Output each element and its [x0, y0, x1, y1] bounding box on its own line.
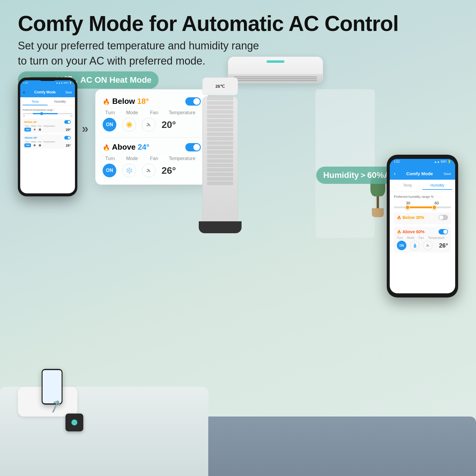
content-area: Temp＜18℃，AC ON Heat Mode Humidity＞60%AC … — [0, 65, 476, 476]
fan-stripe-7 — [207, 123, 233, 127]
app-header-right: ‹ Comfy Mode Save — [390, 165, 455, 180]
toggle-above-main[interactable] — [185, 143, 201, 151]
tab-humidity-left[interactable]: Humidity — [48, 98, 73, 105]
fan-stripe-16 — [207, 164, 233, 167]
tab-temp-left[interactable]: Temp — [23, 98, 48, 105]
app-header-left: ‹ Comfy Mode Save — [20, 85, 75, 97]
btn-on-below-left[interactable]: ON — [24, 128, 31, 131]
main-title: Comfy Mode for Automatic AC Control — [18, 12, 458, 35]
above-temp-val: 26° — [162, 165, 176, 176]
time-right: 1:52 — [394, 160, 400, 163]
snow-icon-main: ❄️ — [122, 164, 136, 177]
pref-label-right: Preferred humidity range % — [394, 195, 451, 198]
temp-below-left: 20° — [66, 128, 71, 131]
fan-icon-below: ✿ — [38, 128, 42, 131]
header: Comfy Mode for Automatic AC Control Set … — [0, 0, 476, 74]
fan-stripe-12 — [207, 146, 233, 149]
mode-label-below: Mode — [125, 110, 140, 115]
card-below-section: 🔥 Below 18° Turn Mode Fan Temperature ON… — [103, 97, 201, 131]
btn-on-above-left[interactable]: ON — [24, 143, 31, 147]
above-cond-header-right: 🔥 Above 60% — [397, 229, 448, 234]
right-phone: 1:52 ▲▲ WiFi 🔋 ‹ Comfy Mode Save Temp Hu… — [387, 155, 458, 298]
labels-below-left: Turn Mode Fan Temperature — [24, 125, 71, 127]
status-bar-right: 1:52 ▲▲ WiFi 🔋 — [390, 159, 455, 165]
toggle-above-left[interactable] — [64, 136, 71, 140]
action-above-left: ON ❄ ✿ 26° — [24, 143, 71, 147]
lbl-temp2: Temperature — [43, 141, 55, 143]
svg-point-0 — [148, 124, 149, 125]
ac-vents — [228, 74, 323, 83]
below-condition-left: Below 18° Turn Mode Fan Temperature ON ☀ — [23, 119, 73, 133]
turn-label-above: Turn — [103, 156, 118, 161]
temp-above-left: 26° — [66, 144, 71, 147]
fan-stripes — [207, 97, 233, 221]
action-row-right: ON 💧 26° — [397, 241, 448, 250]
fan-label-above: Fan — [147, 156, 162, 161]
lbl-turn-r: Turn — [397, 236, 403, 239]
app-title-left: Comfy Mode — [34, 90, 56, 94]
sub-title: Set your preferred temperature and humid… — [18, 38, 458, 68]
btn-on-above-main[interactable]: ON — [103, 164, 116, 177]
fan-icon-above: ✿ — [38, 144, 42, 147]
btn-on-above-right[interactable]: ON — [397, 241, 406, 250]
above-label: Above — [112, 143, 138, 151]
toggle-above-right[interactable] — [439, 229, 448, 234]
snow-icon-above: ❄ — [33, 144, 36, 147]
btn-on-below-main[interactable]: ON — [103, 118, 116, 131]
above-temp-right: 26° — [439, 242, 448, 249]
back-icon-left[interactable]: ‹ — [23, 90, 25, 95]
slider-high-right: 60 — [435, 201, 439, 205]
fan-body — [202, 96, 238, 221]
fan-stripe-15 — [207, 159, 233, 163]
fan-stripe-13 — [207, 150, 233, 154]
below-title-left: Below 18° — [24, 120, 37, 123]
left-phone: 1:45 ▲▲▲ WiFi 🔋 ‹ Comfy Mode Save Temp H… — [18, 77, 77, 196]
tab-humidity-right[interactable]: Humidity — [422, 181, 452, 190]
fan-stripe-8 — [207, 128, 233, 131]
plant-pot — [372, 208, 384, 217]
main-card: 🔥 Below 18° Turn Mode Fan Temperature ON… — [95, 89, 208, 185]
pref-label-left: Preferred temperature range ° — [23, 109, 73, 111]
slider-thumb-right-right[interactable] — [432, 205, 437, 210]
slider-thumb-left[interactable] — [40, 112, 43, 115]
toggle-below-right[interactable] — [439, 215, 448, 220]
fan-icon-right — [423, 241, 433, 250]
lbl-fan-r: Fan — [419, 236, 424, 239]
lbl-temp: Temperature — [43, 125, 55, 127]
fan-stripe-9 — [207, 132, 233, 136]
lbl-turn2: Turn — [25, 141, 29, 143]
above-title-left: Above 24° — [24, 136, 37, 139]
phone-screen-left: 1:45 ▲▲▲ WiFi 🔋 ‹ Comfy Mode Save Temp H… — [20, 80, 75, 193]
fan-stripe-1 — [207, 97, 233, 100]
below-value: 18° — [137, 97, 149, 106]
svg-point-1 — [148, 170, 149, 171]
fan-icon-below-main — [142, 118, 156, 131]
fan-base — [199, 221, 242, 233]
lbl-fan: Fan — [38, 125, 42, 127]
sun-icon-main: ☀️ — [122, 118, 136, 131]
card-above-header: 🔥 Above 24° — [103, 143, 201, 152]
signal-right: ▲▲ WiFi 🔋 — [434, 160, 451, 163]
wall-panel-1 — [315, 89, 375, 173]
fan-stripe-6 — [207, 119, 233, 123]
fan-stripe-3 — [207, 106, 233, 109]
fan-stripe-18 — [207, 173, 233, 176]
tab-temp-right[interactable]: Temp — [393, 181, 422, 190]
app-save-left[interactable]: Save — [65, 91, 72, 94]
fan-display: 26℃ — [202, 77, 238, 95]
sensor-dot — [71, 419, 77, 425]
toggle-below-main[interactable] — [185, 97, 201, 106]
card-above-section: 🔥 Above 24° Turn Mode Fan Temperature ON… — [103, 143, 201, 177]
slider-track-left[interactable] — [23, 113, 73, 114]
bed-area — [0, 327, 208, 476]
lbl-mode2: Mode — [31, 141, 36, 143]
card-below-actions: ON ☀️ 20° — [103, 118, 201, 131]
app-save-right[interactable]: Save — [444, 172, 451, 176]
back-icon-right[interactable]: ‹ — [394, 170, 396, 177]
slider-thumb-left-right[interactable] — [405, 205, 410, 210]
sun-icon-below: ☀ — [33, 128, 36, 131]
slider-track-right[interactable] — [394, 206, 451, 208]
action-labels-right: Turn Mode Fan Temperature — [397, 236, 448, 239]
slider-high-left: 24 — [70, 115, 73, 117]
toggle-below-left[interactable] — [64, 120, 71, 124]
